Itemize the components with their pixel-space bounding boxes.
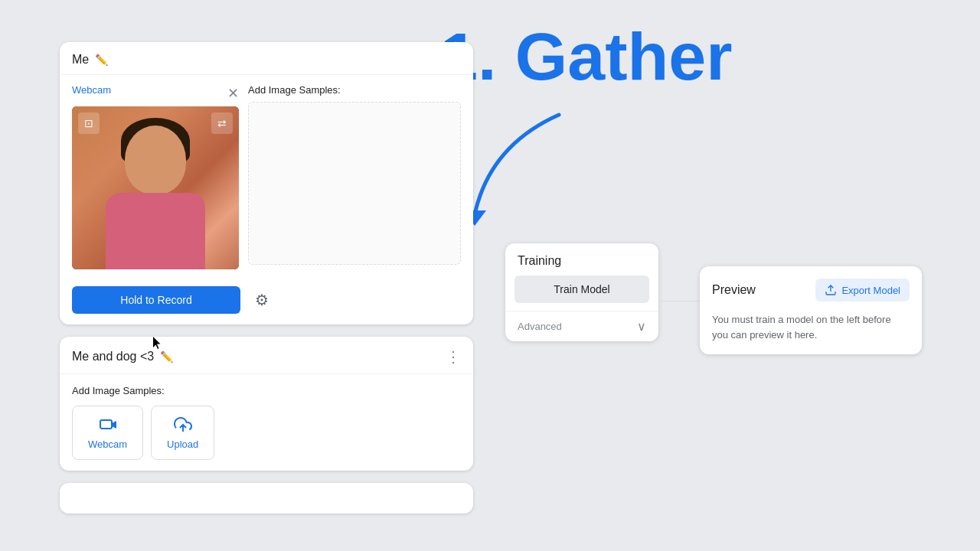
webcam-label: Webcam	[72, 84, 111, 96]
preview-panel: Preview Export Model You must train a mo…	[700, 266, 922, 354]
person-face	[125, 126, 186, 194]
class-card-me: Me ✏️ Webcam ✕	[60, 42, 473, 324]
card-title-me: Me ✏️	[72, 53, 108, 67]
class-name-dog: Me and dog <3	[72, 350, 154, 364]
add-samples-label: Add Image Samples:	[248, 84, 461, 96]
training-panel: Training Train Model Advanced ∨	[505, 243, 658, 341]
class-card-dog: Me and dog <3 ✏️ ⋮ Add Image Samples: We…	[60, 337, 473, 471]
export-model-button[interactable]: Export Model	[815, 279, 910, 302]
connector-line	[660, 301, 700, 302]
crop-icon[interactable]: ⊡	[78, 112, 100, 134]
preview-title: Preview	[712, 283, 756, 297]
samples-area	[248, 102, 461, 265]
chevron-down-icon: ∨	[637, 319, 646, 334]
webcam-icon	[99, 416, 117, 434]
webcam-close-button[interactable]: ✕	[227, 85, 239, 102]
webcam-source-label: Webcam	[88, 439, 127, 450]
preview-header: Preview Export Model	[712, 279, 910, 302]
advanced-row[interactable]: Advanced ∨	[505, 311, 658, 341]
class-card-partial	[60, 483, 473, 514]
card-header-me: Me ✏️	[60, 42, 473, 75]
webcam-overlay: ⊡ ⇄	[72, 112, 239, 134]
record-row: Hold to Record ⚙	[60, 279, 473, 324]
person-body	[106, 193, 205, 269]
add-image-label: Add Image Samples:	[72, 385, 461, 396]
more-options-icon-dog[interactable]: ⋮	[446, 347, 461, 366]
edit-icon-dog[interactable]: ✏️	[160, 350, 173, 363]
upload-source-label: Upload	[167, 439, 198, 450]
webcam-preview: ⊡ ⇄	[72, 106, 239, 269]
webcam-source-button[interactable]: Webcam	[72, 406, 143, 460]
settings-icon[interactable]: ⚙	[248, 286, 276, 314]
page-heading: 1. Gather	[440, 23, 732, 90]
preview-body-text: You must train a model on the left befor…	[712, 312, 910, 342]
card-title-dog: Me and dog <3 ✏️	[72, 350, 173, 364]
export-label: Export Model	[841, 285, 900, 296]
upload-source-button[interactable]: Upload	[151, 406, 214, 460]
upload-icon	[174, 416, 192, 434]
class-name-me: Me	[72, 53, 89, 67]
source-buttons: Webcam Upload	[72, 406, 461, 460]
hold-to-record-button[interactable]: Hold to Record	[72, 286, 240, 314]
card-header-dog: Me and dog <3 ✏️ ⋮	[60, 337, 473, 374]
edit-icon-me[interactable]: ✏️	[95, 54, 108, 66]
advanced-label: Advanced	[518, 321, 562, 332]
webcam-section: Webcam ✕ ⊡ ⇄	[60, 75, 473, 279]
add-samples-panel: Add Image Samples:	[248, 84, 461, 265]
flip-icon[interactable]: ⇄	[211, 112, 233, 134]
webcam-row: Webcam ✕ ⊡ ⇄	[72, 84, 461, 269]
training-title: Training	[505, 243, 658, 276]
train-model-button[interactable]: Train Model	[514, 276, 649, 303]
export-icon	[825, 284, 837, 296]
svg-rect-1	[100, 420, 112, 429]
card2-body: Add Image Samples: Webcam Upload	[60, 374, 473, 471]
left-column: Me ✏️ Webcam ✕	[60, 42, 473, 514]
